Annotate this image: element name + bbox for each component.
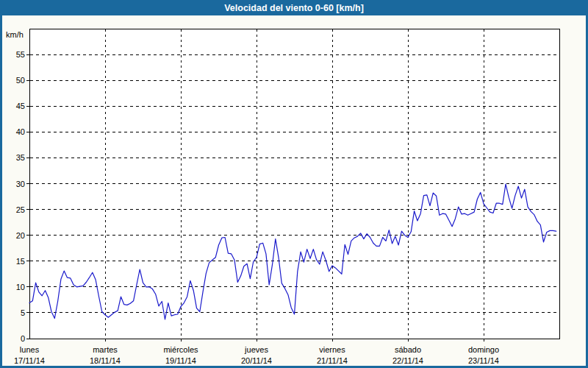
x-date-label: 20/11/14 <box>241 356 272 365</box>
x-date-label: 19/11/14 <box>165 356 196 365</box>
x-day-label: lunes <box>20 345 40 354</box>
x-date-label: 22/11/14 <box>392 356 423 365</box>
y-tick-label: 55 <box>16 50 25 59</box>
x-day-label: viernes <box>319 345 345 354</box>
x-day-label: sábado <box>395 345 421 354</box>
y-axis-unit-label: km/h <box>6 30 24 39</box>
y-tick-label: 35 <box>16 153 25 162</box>
wind-speed-chart: 0510152025303540455055lunes17/11/14marte… <box>0 0 588 368</box>
y-tick-label: 5 <box>21 308 25 317</box>
x-date-label: 18/11/14 <box>90 356 121 365</box>
y-tick-label: 30 <box>16 180 25 188</box>
x-day-label: jueves <box>244 345 268 354</box>
y-tick-label: 50 <box>16 76 25 85</box>
y-tick-label: 45 <box>16 102 25 110</box>
x-date-label: 23/11/14 <box>468 356 499 365</box>
app-window: Velocidad del viento 0-60 [km/h] 0510152… <box>0 0 588 368</box>
y-tick-label: 40 <box>16 127 25 136</box>
x-day-label: miércoles <box>163 345 198 354</box>
y-tick-label: 20 <box>16 231 25 240</box>
x-day-label: martes <box>93 345 118 354</box>
y-tick-label: 15 <box>16 257 25 266</box>
y-tick-label: 0 <box>21 334 25 343</box>
x-date-label: 17/11/14 <box>14 356 45 365</box>
y-tick-label: 10 <box>16 283 25 291</box>
x-day-label: domingo <box>468 345 499 354</box>
y-tick-label: 25 <box>16 205 25 214</box>
x-date-label: 21/11/14 <box>317 356 348 365</box>
